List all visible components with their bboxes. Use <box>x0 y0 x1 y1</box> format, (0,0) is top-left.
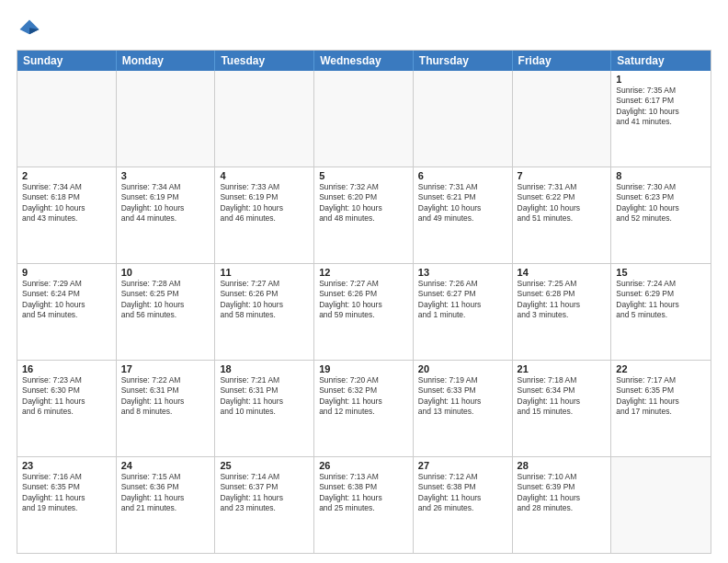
day-cell-28: 28Sunrise: 7:10 AM Sunset: 6:39 PM Dayli… <box>513 457 612 553</box>
day-cell-24: 24Sunrise: 7:15 AM Sunset: 6:36 PM Dayli… <box>117 457 216 553</box>
cell-info: Sunrise: 7:10 AM Sunset: 6:39 PM Dayligh… <box>518 472 607 514</box>
day-cell-4: 4Sunrise: 7:33 AM Sunset: 6:19 PM Daylig… <box>215 167 314 263</box>
day-number: 9 <box>22 267 111 278</box>
cell-info: Sunrise: 7:24 AM Sunset: 6:29 PM Dayligh… <box>616 279 706 321</box>
day-number: 15 <box>616 267 706 278</box>
calendar-body: 1Sunrise: 7:35 AM Sunset: 6:17 PM Daylig… <box>17 71 711 553</box>
generalblue-logo-icon <box>17 17 42 42</box>
cell-info: Sunrise: 7:19 AM Sunset: 6:33 PM Dayligh… <box>418 375 507 418</box>
calendar-row-2: 9Sunrise: 7:29 AM Sunset: 6:24 PM Daylig… <box>17 263 711 360</box>
cell-info: Sunrise: 7:30 AM Sunset: 6:23 PM Dayligh… <box>616 182 706 224</box>
day-number: 12 <box>319 267 408 278</box>
day-number: 28 <box>518 460 607 471</box>
day-number: 17 <box>121 363 210 374</box>
cell-info: Sunrise: 7:35 AM Sunset: 6:17 PM Dayligh… <box>616 86 706 128</box>
day-cell-20: 20Sunrise: 7:19 AM Sunset: 6:33 PM Dayli… <box>414 361 513 456</box>
cell-info: Sunrise: 7:33 AM Sunset: 6:19 PM Dayligh… <box>220 182 309 224</box>
day-number: 10 <box>121 267 210 278</box>
day-cell-3: 3Sunrise: 7:34 AM Sunset: 6:19 PM Daylig… <box>117 167 216 263</box>
day-number: 25 <box>220 460 309 471</box>
day-cell-empty-0-1 <box>117 71 216 167</box>
day-cell-23: 23Sunrise: 7:16 AM Sunset: 6:35 PM Dayli… <box>17 457 117 553</box>
day-cell-18: 18Sunrise: 7:21 AM Sunset: 6:31 PM Dayli… <box>215 361 314 456</box>
day-cell-21: 21Sunrise: 7:18 AM Sunset: 6:34 PM Dayli… <box>513 361 612 456</box>
cell-info: Sunrise: 7:20 AM Sunset: 6:32 PM Dayligh… <box>319 375 408 418</box>
day-number: 21 <box>518 363 607 374</box>
cell-info: Sunrise: 7:27 AM Sunset: 6:26 PM Dayligh… <box>220 279 309 321</box>
logo <box>17 17 46 42</box>
day-number: 8 <box>616 170 706 181</box>
day-cell-empty-0-5 <box>513 71 612 167</box>
calendar-row-1: 2Sunrise: 7:34 AM Sunset: 6:18 PM Daylig… <box>17 167 711 263</box>
cell-info: Sunrise: 7:29 AM Sunset: 6:24 PM Dayligh… <box>22 279 111 321</box>
day-cell-empty-0-2 <box>215 71 314 167</box>
day-number: 23 <box>22 460 111 471</box>
cell-info: Sunrise: 7:15 AM Sunset: 6:36 PM Dayligh… <box>121 472 210 514</box>
page: SundayMondayTuesdayWednesdayThursdayFrid… <box>0 0 728 563</box>
cell-info: Sunrise: 7:13 AM Sunset: 6:38 PM Dayligh… <box>319 472 408 514</box>
calendar-row-0: 1Sunrise: 7:35 AM Sunset: 6:17 PM Daylig… <box>17 71 711 167</box>
day-cell-7: 7Sunrise: 7:31 AM Sunset: 6:22 PM Daylig… <box>513 167 612 263</box>
day-cell-12: 12Sunrise: 7:27 AM Sunset: 6:26 PM Dayli… <box>314 264 414 360</box>
header-saturday: Saturday <box>611 51 711 71</box>
cell-info: Sunrise: 7:34 AM Sunset: 6:19 PM Dayligh… <box>121 182 210 224</box>
day-number: 27 <box>418 460 507 471</box>
header-thursday: Thursday <box>414 51 513 71</box>
day-number: 13 <box>418 267 507 278</box>
calendar-row-3: 16Sunrise: 7:23 AM Sunset: 6:30 PM Dayli… <box>17 360 711 456</box>
day-number: 20 <box>418 363 507 374</box>
day-number: 16 <box>22 363 111 374</box>
day-number: 5 <box>319 170 408 181</box>
day-cell-11: 11Sunrise: 7:27 AM Sunset: 6:26 PM Dayli… <box>215 264 314 360</box>
day-cell-5: 5Sunrise: 7:32 AM Sunset: 6:20 PM Daylig… <box>314 167 414 263</box>
day-cell-1: 1Sunrise: 7:35 AM Sunset: 6:17 PM Daylig… <box>611 71 711 167</box>
day-number: 24 <box>121 460 210 471</box>
day-cell-19: 19Sunrise: 7:20 AM Sunset: 6:32 PM Dayli… <box>314 361 414 456</box>
header-tuesday: Tuesday <box>215 51 314 71</box>
day-cell-15: 15Sunrise: 7:24 AM Sunset: 6:29 PM Dayli… <box>611 264 711 360</box>
day-cell-22: 22Sunrise: 7:17 AM Sunset: 6:35 PM Dayli… <box>611 361 711 456</box>
cell-info: Sunrise: 7:34 AM Sunset: 6:18 PM Dayligh… <box>22 182 111 224</box>
day-number: 6 <box>418 170 507 181</box>
day-number: 11 <box>220 267 309 278</box>
header <box>17 17 711 42</box>
cell-info: Sunrise: 7:26 AM Sunset: 6:27 PM Dayligh… <box>418 279 507 321</box>
day-number: 1 <box>616 74 706 85</box>
calendar: SundayMondayTuesdayWednesdayThursdayFrid… <box>17 50 711 554</box>
calendar-row-4: 23Sunrise: 7:16 AM Sunset: 6:35 PM Dayli… <box>17 456 711 553</box>
cell-info: Sunrise: 7:28 AM Sunset: 6:25 PM Dayligh… <box>121 279 210 321</box>
cell-info: Sunrise: 7:17 AM Sunset: 6:35 PM Dayligh… <box>616 375 706 418</box>
day-number: 26 <box>319 460 408 471</box>
cell-info: Sunrise: 7:32 AM Sunset: 6:20 PM Dayligh… <box>319 182 408 224</box>
day-cell-10: 10Sunrise: 7:28 AM Sunset: 6:25 PM Dayli… <box>117 264 216 360</box>
day-number: 14 <box>518 267 607 278</box>
day-cell-16: 16Sunrise: 7:23 AM Sunset: 6:30 PM Dayli… <box>17 361 117 456</box>
day-cell-empty-0-3 <box>314 71 414 167</box>
day-cell-empty-4-6 <box>611 457 711 553</box>
day-cell-6: 6Sunrise: 7:31 AM Sunset: 6:21 PM Daylig… <box>414 167 513 263</box>
day-number: 7 <box>518 170 607 181</box>
day-cell-26: 26Sunrise: 7:13 AM Sunset: 6:38 PM Dayli… <box>314 457 414 553</box>
day-cell-17: 17Sunrise: 7:22 AM Sunset: 6:31 PM Dayli… <box>117 361 216 456</box>
day-number: 2 <box>22 170 111 181</box>
day-number: 4 <box>220 170 309 181</box>
cell-info: Sunrise: 7:16 AM Sunset: 6:35 PM Dayligh… <box>22 472 111 514</box>
day-cell-13: 13Sunrise: 7:26 AM Sunset: 6:27 PM Dayli… <box>414 264 513 360</box>
cell-info: Sunrise: 7:22 AM Sunset: 6:31 PM Dayligh… <box>121 375 210 418</box>
day-cell-27: 27Sunrise: 7:12 AM Sunset: 6:38 PM Dayli… <box>414 457 513 553</box>
day-cell-25: 25Sunrise: 7:14 AM Sunset: 6:37 PM Dayli… <box>215 457 314 553</box>
cell-info: Sunrise: 7:18 AM Sunset: 6:34 PM Dayligh… <box>518 375 607 418</box>
day-number: 3 <box>121 170 210 181</box>
calendar-header: SundayMondayTuesdayWednesdayThursdayFrid… <box>17 51 711 71</box>
day-number: 22 <box>616 363 706 374</box>
cell-info: Sunrise: 7:21 AM Sunset: 6:31 PM Dayligh… <box>220 375 309 418</box>
cell-info: Sunrise: 7:14 AM Sunset: 6:37 PM Dayligh… <box>220 472 309 514</box>
day-number: 18 <box>220 363 309 374</box>
cell-info: Sunrise: 7:31 AM Sunset: 6:22 PM Dayligh… <box>518 182 607 224</box>
cell-info: Sunrise: 7:31 AM Sunset: 6:21 PM Dayligh… <box>418 182 507 224</box>
day-cell-9: 9Sunrise: 7:29 AM Sunset: 6:24 PM Daylig… <box>17 264 117 360</box>
cell-info: Sunrise: 7:27 AM Sunset: 6:26 PM Dayligh… <box>319 279 408 321</box>
header-wednesday: Wednesday <box>314 51 414 71</box>
day-cell-8: 8Sunrise: 7:30 AM Sunset: 6:23 PM Daylig… <box>611 167 711 263</box>
day-cell-14: 14Sunrise: 7:25 AM Sunset: 6:28 PM Dayli… <box>513 264 612 360</box>
